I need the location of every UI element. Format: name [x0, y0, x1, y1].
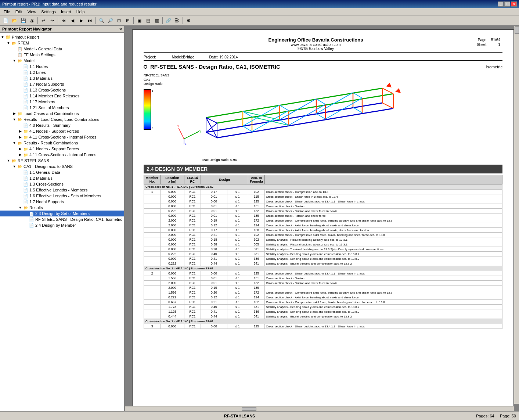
- page-icon: 📄: [23, 193, 29, 199]
- tree-item-results2[interactable]: ▼ 📂 Results: [0, 205, 124, 211]
- expand-icon[interactable]: ▼: [6, 40, 11, 46]
- navigator-close-button[interactable]: ✕: [119, 27, 122, 31]
- tree-item-eff-lengths-sets[interactable]: 📄 1.6 Effective Lengths - Sets of Member…: [0, 193, 124, 199]
- next-page-button[interactable]: ▶: [77, 17, 85, 25]
- spacer: [18, 93, 23, 98]
- tree-item-design-set[interactable]: 📄 2.3 Design by Set of Members: [0, 211, 124, 216]
- tree-item-results-lc[interactable]: ▼ 📂 Results - Load Cases, Load Combinati…: [0, 116, 124, 122]
- tree-item-nodal-sup2[interactable]: 📄 1.7 Nodal Supports: [0, 199, 124, 205]
- new-button[interactable]: 📄: [1, 17, 10, 25]
- minimize-button[interactable]: _: [498, 1, 504, 7]
- cell-design: 0.41: [201, 309, 227, 314]
- tree-item-materials[interactable]: 📄 1.3 Materials: [0, 75, 124, 81]
- tree-item-sets-members[interactable]: 📄 1.21 Sets of Members: [0, 105, 124, 111]
- expand-icon[interactable]: ▼: [12, 117, 17, 122]
- expand-icon[interactable]: ▼: [12, 140, 17, 146]
- tree-item-nodal-sup[interactable]: 📄 1.7 Nodal Supports: [0, 81, 124, 87]
- tree-item-eff-lengths[interactable]: 📄 1.5 Effective Lengths - Members: [0, 187, 124, 193]
- tree-item-member-end[interactable]: 📄 1.14 Member End Releases: [0, 93, 124, 99]
- svg-line-44: [316, 114, 325, 119]
- tree-item-rfsteel-design[interactable]: 📄 RF-STEEL SANS - Design Ratio, CA1, Iso…: [0, 216, 124, 222]
- menu-insert[interactable]: Insert: [59, 9, 73, 15]
- table-row: 0.000 RC1 0.01 ≤ 1 135 Cross-section che…: [144, 213, 502, 218]
- tree-label: 1.6 Effective Lengths - Sets of Members: [29, 194, 101, 198]
- expand-icon[interactable]: ▼: [18, 205, 23, 210]
- tree-item-cross-internal[interactable]: ▶ 📁 4.11 Cross-Sections - Internal Force…: [0, 134, 124, 140]
- expand-icon[interactable]: ▼: [12, 58, 17, 63]
- tree-item-members17[interactable]: 📄 1.17 Members: [0, 99, 124, 105]
- close-button[interactable]: ✕: [511, 1, 517, 7]
- tree-item-lines[interactable]: 📄 1.2 Lines: [0, 69, 124, 75]
- tree-container[interactable]: ▼ 📁 Printout Report ▼ 📂 RFEM 📋 Model - G…: [0, 33, 124, 411]
- expand-icon[interactable]: ▶: [12, 111, 17, 116]
- expand-icon[interactable]: ▶: [18, 134, 23, 140]
- single-page-button[interactable]: ▣: [135, 17, 143, 25]
- menu-edit[interactable]: Edit: [13, 9, 25, 15]
- folder-icon: 📂: [11, 40, 17, 46]
- tree-item-ca1-design[interactable]: ▼ 📂 CA1 - Design acc. to SANS: [0, 164, 124, 169]
- redo-button[interactable]: ↪: [48, 17, 56, 25]
- menu-settings[interactable]: Settings: [39, 9, 58, 15]
- tree-item-printout[interactable]: ▼ 📁 Printout Report: [0, 34, 124, 40]
- zoom-out-button[interactable]: 🔎: [106, 17, 114, 25]
- tree-item-rfsteel[interactable]: ▼ 📂 RF-STEEL SANS: [0, 158, 124, 164]
- first-page-button[interactable]: ⏮: [60, 17, 68, 25]
- link-button[interactable]: 🔗: [164, 17, 172, 25]
- open-button[interactable]: 📂: [10, 17, 18, 25]
- menu-file[interactable]: File: [1, 9, 12, 15]
- pages-label: Pages: 64: [476, 414, 494, 418]
- zoom-fit-button[interactable]: ⊡: [115, 17, 123, 25]
- save-button[interactable]: 💾: [19, 17, 27, 25]
- vertical-scrollbar[interactable]: [514, 26, 519, 404]
- tree-item-fe-mesh[interactable]: 📋 FE Mesh Settings: [0, 52, 124, 58]
- maximize-button[interactable]: □: [504, 1, 510, 7]
- tree-item-general-data[interactable]: 📄 1.1 General Data: [0, 169, 124, 175]
- document-viewer[interactable]: Engineering Office Bavaria Constructions…: [132, 29, 514, 408]
- h-scrollbar-thumb[interactable]: [242, 407, 256, 411]
- cell-location: 2.000: [161, 223, 184, 228]
- unlink-button[interactable]: ⛓: [173, 17, 181, 25]
- expand-icon[interactable]: ▶: [18, 129, 23, 134]
- menu-view[interactable]: View: [25, 9, 39, 15]
- settings-button[interactable]: ⚙: [184, 17, 192, 25]
- menu-help[interactable]: Help: [74, 9, 87, 15]
- svg-text:x: x: [177, 124, 179, 128]
- tree-item-design-member[interactable]: 📄 2.4 Design by Member: [0, 222, 124, 228]
- expand-icon[interactable]: ▶: [18, 146, 23, 151]
- tree-item-results-rc[interactable]: ▼ 📂 Results - Result Combinations: [0, 140, 124, 146]
- expand-icon[interactable]: ▶: [18, 152, 23, 157]
- tree-label: Model: [24, 58, 35, 63]
- expand-icon[interactable]: ▼: [12, 164, 17, 169]
- tree-item-load-cases[interactable]: ▶ 📁 Load Cases and Combinations: [0, 111, 124, 116]
- prev-page-button[interactable]: ◀: [68, 17, 76, 25]
- print-button[interactable]: 🖨: [28, 17, 36, 25]
- tree-label: 1.7 Nodal Supports: [29, 82, 64, 86]
- cell-member: [144, 252, 161, 256]
- cell-location: 0.222: [161, 209, 184, 213]
- cell-le: ≤ 1: [227, 300, 248, 305]
- multi-page-button[interactable]: ▤: [144, 17, 152, 25]
- tree-item-nodes-sup-rc[interactable]: ▶ 📁 4.1 Nodes - Support Forces: [0, 146, 124, 152]
- expand-icon[interactable]: ▼: [6, 158, 11, 163]
- expand-icon[interactable]: ▼: [0, 35, 5, 40]
- horizontal-scrollbar[interactable]: [125, 406, 514, 411]
- tree-item-cross-sec[interactable]: 📄 1.13 Cross-Sections: [0, 87, 124, 93]
- table-row: 0.222 RC1 0.40 ≤ 1 331 Stability analysi…: [144, 252, 502, 256]
- cell-le: ≤ 1: [227, 223, 248, 228]
- last-page-button[interactable]: ⏭: [86, 17, 94, 25]
- zoom-in-button[interactable]: 🔍: [97, 17, 105, 25]
- preview-button[interactable]: ▥: [153, 17, 161, 25]
- undo-button[interactable]: ↩: [39, 17, 47, 25]
- cell-rc: RC1: [184, 300, 201, 305]
- tree-item-nodes-sup[interactable]: ▶ 📁 4.1 Nodes - Support Forces: [0, 128, 124, 134]
- tree-item-rfem[interactable]: ▼ 📂 RFEM: [0, 40, 124, 46]
- tree-item-cross-sec2[interactable]: 📄 1.3 Cross-Sections: [0, 181, 124, 187]
- tree-item-nodes[interactable]: 📄 1.1 Nodes: [0, 64, 124, 69]
- scrollbar-thumb[interactable]: [515, 26, 519, 34]
- zoom-select-button[interactable]: ⊞: [124, 17, 132, 25]
- tree-item-model[interactable]: ▼ 📂 Model: [0, 58, 124, 64]
- tree-item-cross-int-rc[interactable]: ▶ 📁 4.11 Cross-Sections - Internal Force…: [0, 152, 124, 158]
- tree-item-materials2[interactable]: 📄 1.2 Materials: [0, 175, 124, 181]
- tree-item-model-general[interactable]: 📋 Model - General Data: [0, 46, 124, 52]
- tree-item-results-summary[interactable]: 📄 4.0 Results - Summary: [0, 122, 124, 128]
